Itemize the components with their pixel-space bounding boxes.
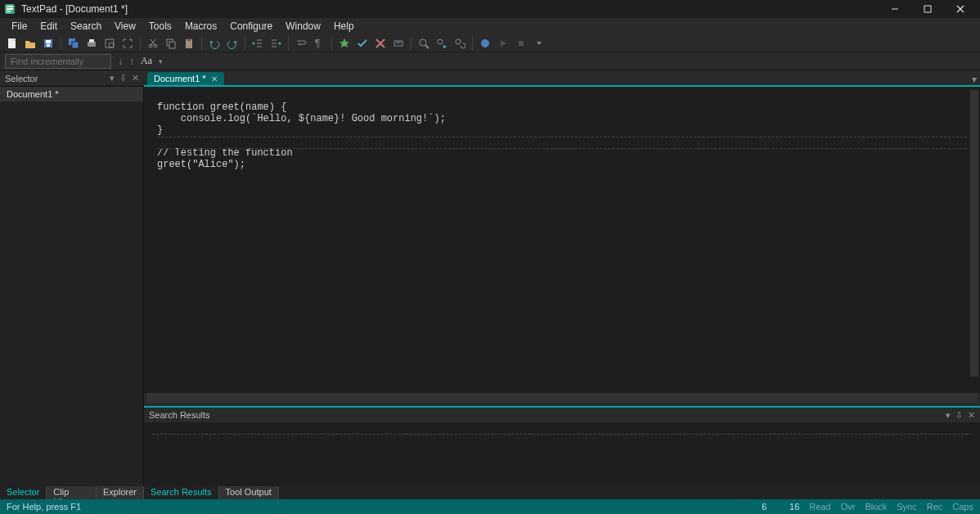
editor-guide-line [157, 148, 967, 149]
search-results-body[interactable] [144, 422, 980, 486]
svg-point-49 [481, 39, 489, 47]
svg-point-18 [109, 43, 114, 47]
svg-point-44 [420, 39, 426, 46]
menu-macros[interactable]: Macros [178, 19, 223, 34]
svg-marker-28 [233, 41, 237, 43]
minimize-button[interactable] [879, 0, 911, 18]
code-line: greet("Alice"); [157, 159, 245, 170]
panel-close-icon[interactable]: ✕ [968, 410, 975, 421]
svg-rect-51 [519, 41, 524, 46]
find-prev-arrow-icon[interactable]: ↑ [129, 56, 134, 67]
indent-right-icon[interactable] [268, 36, 283, 51]
title-bar: TextPad - [Document1 *] [0, 0, 980, 18]
svg-marker-47 [443, 45, 447, 48]
menu-edit[interactable]: Edit [34, 19, 64, 34]
side-tab-selector[interactable]: Selector [0, 486, 47, 499]
window-title: TextPad - [Document1 *] [21, 3, 879, 15]
menu-tools[interactable]: Tools [142, 19, 178, 34]
tab-close-icon[interactable]: ✕ [211, 74, 218, 83]
print-icon[interactable] [84, 36, 99, 51]
save-all-icon[interactable] [66, 36, 81, 51]
svg-point-46 [438, 39, 443, 44]
svg-rect-16 [89, 39, 94, 43]
find-input[interactable] [5, 54, 111, 69]
new-file-icon[interactable] [5, 36, 20, 51]
selector-close-icon[interactable]: ✕ [132, 73, 139, 83]
selector-dropdown-icon[interactable]: ▾ [110, 73, 115, 83]
document-list-item[interactable]: Document1 * [0, 87, 143, 101]
code-line: function greet(name) { [157, 101, 286, 113]
show-paragraph-icon[interactable]: ¶ [312, 36, 326, 51]
indent-left-icon[interactable] [250, 36, 265, 51]
stop-macro-icon[interactable] [514, 36, 528, 51]
panel-dropdown-icon[interactable]: ▾ [946, 410, 951, 421]
redo-icon[interactable] [225, 36, 240, 51]
paste-icon[interactable] [182, 36, 196, 51]
replace-icon[interactable] [452, 36, 467, 51]
svg-rect-42 [394, 41, 402, 46]
svg-marker-39 [339, 38, 349, 47]
menu-configure[interactable]: Configure [223, 19, 279, 34]
status-read: Read [809, 502, 830, 512]
fullscreen-icon[interactable] [120, 36, 135, 51]
toolbar-dropdown-icon[interactable] [532, 36, 546, 51]
code-line: // Testing the function [157, 147, 293, 159]
svg-marker-27 [209, 41, 214, 43]
editor-tab[interactable]: Document1 * ✕ [147, 72, 224, 85]
record-macro-icon[interactable] [478, 36, 492, 51]
editor-scrollbar-vertical[interactable] [970, 90, 978, 376]
svg-rect-14 [72, 42, 79, 48]
status-block: Block [865, 502, 887, 512]
find-dropdown-icon[interactable]: ▾ [159, 57, 163, 65]
match-case-toggle[interactable]: Aa [141, 55, 152, 67]
svg-rect-1 [7, 6, 13, 7]
side-tab-clip-library[interactable]: Clip Library [47, 486, 97, 499]
close-button[interactable] [944, 0, 977, 18]
svg-marker-36 [278, 42, 281, 45]
tool3-icon[interactable] [373, 36, 388, 51]
save-icon[interactable] [41, 36, 56, 51]
menu-view[interactable]: View [108, 19, 142, 34]
status-rec: Rec [927, 502, 943, 512]
print-preview-icon[interactable] [102, 36, 117, 51]
undo-icon[interactable] [207, 36, 222, 51]
menu-help[interactable]: Help [327, 19, 361, 34]
svg-rect-11 [46, 40, 51, 43]
code-editor[interactable]: function greet(name) { console.log(`Hell… [144, 87, 980, 393]
menu-window[interactable]: Window [279, 19, 327, 34]
tool2-icon[interactable] [355, 36, 370, 51]
panel-pin-icon[interactable]: ⇩ [955, 410, 963, 421]
bottom-tab-search-results[interactable]: Search Results [144, 486, 219, 499]
find-next-arrow-icon[interactable]: ↓ [118, 56, 123, 67]
editor-guide-line [157, 137, 967, 138]
cut-icon[interactable] [146, 36, 160, 51]
word-wrap-icon[interactable] [294, 36, 308, 51]
code-line: } [157, 124, 163, 136]
open-file-icon[interactable] [23, 36, 38, 51]
find-icon[interactable] [416, 36, 431, 51]
tab-options-icon[interactable]: ▾ [972, 74, 977, 85]
status-help-text: For Help, press F1 [7, 502, 734, 512]
play-macro-icon[interactable] [496, 36, 510, 51]
svg-line-45 [425, 45, 429, 48]
menu-file[interactable]: File [5, 19, 34, 34]
copy-icon[interactable] [164, 36, 178, 51]
maximize-button[interactable] [911, 0, 944, 18]
bottom-tab-tool-output[interactable]: Tool Output [219, 486, 279, 499]
results-guide-line [152, 434, 972, 435]
menu-search[interactable]: Search [64, 19, 108, 34]
status-ovr: Ovr [841, 502, 856, 512]
find-next-icon[interactable] [434, 36, 449, 51]
editor-scrollbar-horizontal[interactable] [147, 393, 977, 403]
side-tab-explorer[interactable]: Explorer [97, 486, 144, 499]
selector-pin-icon[interactable]: ⇩ [119, 73, 127, 83]
tool1-icon[interactable] [337, 36, 352, 51]
status-sync: Sync [897, 502, 916, 512]
menu-bar: File Edit Search View Tools Macros Confi… [0, 18, 980, 34]
selector-panel-header: Selector ▾ ⇩ ✕ [0, 70, 144, 87]
status-column-number: 16 [766, 502, 799, 512]
tool4-icon[interactable] [391, 36, 406, 51]
svg-rect-26 [187, 38, 191, 41]
editor-tab-strip: Document1 * ✕ ▾ [144, 70, 980, 87]
svg-rect-24 [169, 42, 175, 48]
